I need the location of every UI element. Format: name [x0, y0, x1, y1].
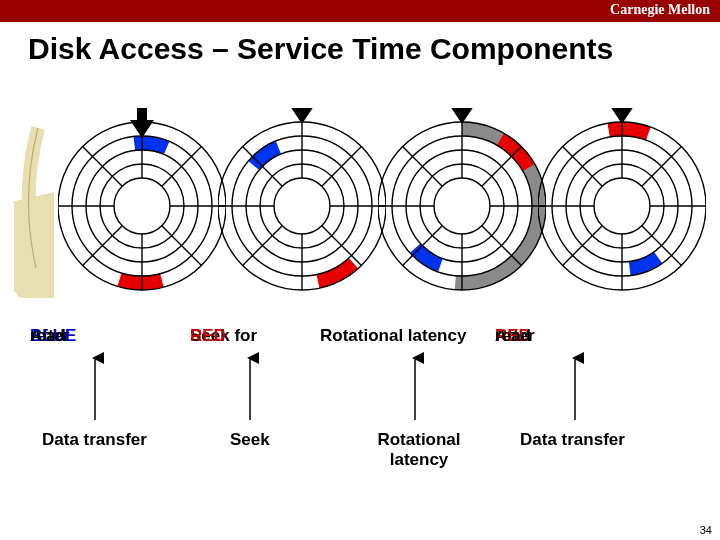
svg-point-28 [434, 178, 490, 234]
svg-line-20 [322, 226, 362, 266]
svg-line-52 [563, 147, 603, 187]
svg-line-12 [162, 147, 202, 187]
disk-3 [378, 108, 546, 308]
svg-rect-13 [137, 108, 147, 122]
svg-line-50 [563, 226, 603, 266]
label-rotational-latency: Rotational latency [320, 326, 466, 346]
svg-line-40 [482, 147, 522, 187]
svg-point-0 [114, 178, 170, 234]
disk-4 [538, 108, 706, 308]
disk-row [20, 78, 700, 288]
connector-arrows [20, 350, 700, 440]
label-data-transfer-1: Data transfer [42, 430, 147, 450]
page-title: Disk Access – Service Time Components [28, 32, 720, 66]
svg-line-34 [482, 226, 522, 266]
svg-point-42 [594, 178, 650, 234]
disk-1 [58, 108, 226, 308]
page-number: 34 [700, 524, 712, 536]
brand-text: Carnegie Mellon [610, 2, 710, 18]
svg-line-38 [403, 147, 443, 187]
svg-line-26 [322, 147, 362, 187]
label-data-transfer-2: Data transfer [520, 430, 625, 450]
svg-line-22 [243, 226, 283, 266]
label-seek: Seek [230, 430, 270, 450]
svg-line-10 [83, 147, 123, 187]
label-rot-latency: Rotational latency [374, 430, 464, 470]
diagram-stage: After BLUE read Seek for RED Rotational … [20, 78, 700, 508]
disk-2 [218, 108, 386, 308]
svg-line-8 [83, 226, 123, 266]
topbar: Carnegie Mellon [0, 0, 720, 22]
svg-point-14 [274, 178, 330, 234]
svg-line-54 [642, 147, 682, 187]
svg-line-6 [162, 226, 202, 266]
